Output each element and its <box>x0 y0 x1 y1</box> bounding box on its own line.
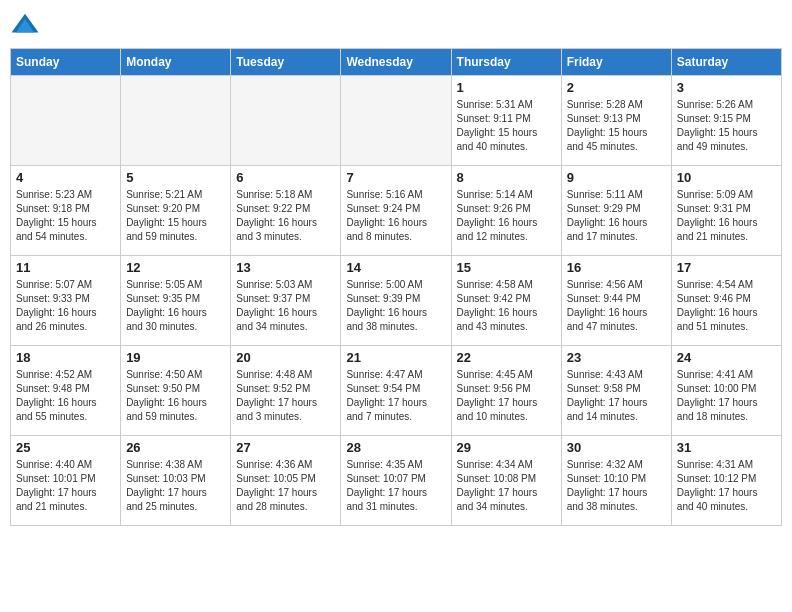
calendar-day-cell: 23Sunrise: 4:43 AM Sunset: 9:58 PM Dayli… <box>561 346 671 436</box>
day-number: 2 <box>567 80 666 95</box>
day-info: Sunrise: 4:38 AM Sunset: 10:03 PM Daylig… <box>126 458 225 514</box>
day-info: Sunrise: 5:31 AM Sunset: 9:11 PM Dayligh… <box>457 98 556 154</box>
day-number: 25 <box>16 440 115 455</box>
day-info: Sunrise: 5:11 AM Sunset: 9:29 PM Dayligh… <box>567 188 666 244</box>
calendar-day-cell <box>341 76 451 166</box>
page-header <box>10 10 782 40</box>
day-number: 14 <box>346 260 445 275</box>
day-number: 10 <box>677 170 776 185</box>
day-info: Sunrise: 4:36 AM Sunset: 10:05 PM Daylig… <box>236 458 335 514</box>
day-info: Sunrise: 4:50 AM Sunset: 9:50 PM Dayligh… <box>126 368 225 424</box>
calendar-day-cell: 27Sunrise: 4:36 AM Sunset: 10:05 PM Dayl… <box>231 436 341 526</box>
day-info: Sunrise: 4:32 AM Sunset: 10:10 PM Daylig… <box>567 458 666 514</box>
calendar-day-cell: 17Sunrise: 4:54 AM Sunset: 9:46 PM Dayli… <box>671 256 781 346</box>
calendar-day-cell: 28Sunrise: 4:35 AM Sunset: 10:07 PM Dayl… <box>341 436 451 526</box>
day-number: 1 <box>457 80 556 95</box>
day-info: Sunrise: 5:28 AM Sunset: 9:13 PM Dayligh… <box>567 98 666 154</box>
logo-icon <box>10 10 40 40</box>
calendar-day-cell: 6Sunrise: 5:18 AM Sunset: 9:22 PM Daylig… <box>231 166 341 256</box>
day-number: 6 <box>236 170 335 185</box>
day-number: 3 <box>677 80 776 95</box>
calendar-day-cell: 8Sunrise: 5:14 AM Sunset: 9:26 PM Daylig… <box>451 166 561 256</box>
calendar-day-cell: 31Sunrise: 4:31 AM Sunset: 10:12 PM Dayl… <box>671 436 781 526</box>
day-info: Sunrise: 4:56 AM Sunset: 9:44 PM Dayligh… <box>567 278 666 334</box>
day-number: 8 <box>457 170 556 185</box>
day-number: 20 <box>236 350 335 365</box>
calendar-week-row: 25Sunrise: 4:40 AM Sunset: 10:01 PM Dayl… <box>11 436 782 526</box>
calendar-day-cell: 4Sunrise: 5:23 AM Sunset: 9:18 PM Daylig… <box>11 166 121 256</box>
day-of-week-header: Monday <box>121 49 231 76</box>
day-number: 4 <box>16 170 115 185</box>
calendar-day-cell: 18Sunrise: 4:52 AM Sunset: 9:48 PM Dayli… <box>11 346 121 436</box>
day-number: 5 <box>126 170 225 185</box>
day-info: Sunrise: 4:31 AM Sunset: 10:12 PM Daylig… <box>677 458 776 514</box>
day-number: 9 <box>567 170 666 185</box>
calendar-day-cell: 14Sunrise: 5:00 AM Sunset: 9:39 PM Dayli… <box>341 256 451 346</box>
calendar-day-cell: 9Sunrise: 5:11 AM Sunset: 9:29 PM Daylig… <box>561 166 671 256</box>
day-info: Sunrise: 5:16 AM Sunset: 9:24 PM Dayligh… <box>346 188 445 244</box>
calendar-day-cell: 30Sunrise: 4:32 AM Sunset: 10:10 PM Dayl… <box>561 436 671 526</box>
calendar-day-cell: 26Sunrise: 4:38 AM Sunset: 10:03 PM Dayl… <box>121 436 231 526</box>
day-info: Sunrise: 4:45 AM Sunset: 9:56 PM Dayligh… <box>457 368 556 424</box>
day-info: Sunrise: 4:43 AM Sunset: 9:58 PM Dayligh… <box>567 368 666 424</box>
calendar-day-cell: 16Sunrise: 4:56 AM Sunset: 9:44 PM Dayli… <box>561 256 671 346</box>
day-number: 30 <box>567 440 666 455</box>
calendar-day-cell: 29Sunrise: 4:34 AM Sunset: 10:08 PM Dayl… <box>451 436 561 526</box>
day-info: Sunrise: 4:48 AM Sunset: 9:52 PM Dayligh… <box>236 368 335 424</box>
calendar-week-row: 1Sunrise: 5:31 AM Sunset: 9:11 PM Daylig… <box>11 76 782 166</box>
day-info: Sunrise: 5:09 AM Sunset: 9:31 PM Dayligh… <box>677 188 776 244</box>
calendar-day-cell: 10Sunrise: 5:09 AM Sunset: 9:31 PM Dayli… <box>671 166 781 256</box>
calendar-day-cell <box>231 76 341 166</box>
calendar-day-cell: 3Sunrise: 5:26 AM Sunset: 9:15 PM Daylig… <box>671 76 781 166</box>
day-number: 31 <box>677 440 776 455</box>
day-of-week-header: Thursday <box>451 49 561 76</box>
logo <box>10 10 44 40</box>
day-number: 19 <box>126 350 225 365</box>
day-info: Sunrise: 5:26 AM Sunset: 9:15 PM Dayligh… <box>677 98 776 154</box>
calendar-day-cell: 13Sunrise: 5:03 AM Sunset: 9:37 PM Dayli… <box>231 256 341 346</box>
calendar-day-cell <box>11 76 121 166</box>
day-info: Sunrise: 5:23 AM Sunset: 9:18 PM Dayligh… <box>16 188 115 244</box>
day-info: Sunrise: 4:35 AM Sunset: 10:07 PM Daylig… <box>346 458 445 514</box>
calendar-day-cell: 25Sunrise: 4:40 AM Sunset: 10:01 PM Dayl… <box>11 436 121 526</box>
day-number: 27 <box>236 440 335 455</box>
day-number: 29 <box>457 440 556 455</box>
calendar-day-cell <box>121 76 231 166</box>
calendar-day-cell: 7Sunrise: 5:16 AM Sunset: 9:24 PM Daylig… <box>341 166 451 256</box>
day-info: Sunrise: 5:14 AM Sunset: 9:26 PM Dayligh… <box>457 188 556 244</box>
day-of-week-header: Sunday <box>11 49 121 76</box>
calendar-day-cell: 20Sunrise: 4:48 AM Sunset: 9:52 PM Dayli… <box>231 346 341 436</box>
day-info: Sunrise: 5:18 AM Sunset: 9:22 PM Dayligh… <box>236 188 335 244</box>
day-info: Sunrise: 4:47 AM Sunset: 9:54 PM Dayligh… <box>346 368 445 424</box>
day-of-week-header: Tuesday <box>231 49 341 76</box>
day-info: Sunrise: 4:41 AM Sunset: 10:00 PM Daylig… <box>677 368 776 424</box>
day-info: Sunrise: 4:52 AM Sunset: 9:48 PM Dayligh… <box>16 368 115 424</box>
day-of-week-header: Wednesday <box>341 49 451 76</box>
day-info: Sunrise: 4:54 AM Sunset: 9:46 PM Dayligh… <box>677 278 776 334</box>
calendar-day-cell: 24Sunrise: 4:41 AM Sunset: 10:00 PM Dayl… <box>671 346 781 436</box>
day-number: 21 <box>346 350 445 365</box>
day-info: Sunrise: 4:34 AM Sunset: 10:08 PM Daylig… <box>457 458 556 514</box>
calendar-day-cell: 12Sunrise: 5:05 AM Sunset: 9:35 PM Dayli… <box>121 256 231 346</box>
day-number: 16 <box>567 260 666 275</box>
day-of-week-header: Saturday <box>671 49 781 76</box>
day-of-week-header: Friday <box>561 49 671 76</box>
calendar-header-row: SundayMondayTuesdayWednesdayThursdayFrid… <box>11 49 782 76</box>
day-number: 22 <box>457 350 556 365</box>
calendar-week-row: 18Sunrise: 4:52 AM Sunset: 9:48 PM Dayli… <box>11 346 782 436</box>
day-number: 28 <box>346 440 445 455</box>
day-number: 24 <box>677 350 776 365</box>
calendar-day-cell: 19Sunrise: 4:50 AM Sunset: 9:50 PM Dayli… <box>121 346 231 436</box>
day-info: Sunrise: 5:03 AM Sunset: 9:37 PM Dayligh… <box>236 278 335 334</box>
calendar-day-cell: 2Sunrise: 5:28 AM Sunset: 9:13 PM Daylig… <box>561 76 671 166</box>
day-number: 15 <box>457 260 556 275</box>
calendar-day-cell: 5Sunrise: 5:21 AM Sunset: 9:20 PM Daylig… <box>121 166 231 256</box>
day-number: 11 <box>16 260 115 275</box>
day-number: 17 <box>677 260 776 275</box>
calendar-week-row: 4Sunrise: 5:23 AM Sunset: 9:18 PM Daylig… <box>11 166 782 256</box>
day-info: Sunrise: 4:40 AM Sunset: 10:01 PM Daylig… <box>16 458 115 514</box>
day-info: Sunrise: 5:00 AM Sunset: 9:39 PM Dayligh… <box>346 278 445 334</box>
day-info: Sunrise: 5:05 AM Sunset: 9:35 PM Dayligh… <box>126 278 225 334</box>
calendar-week-row: 11Sunrise: 5:07 AM Sunset: 9:33 PM Dayli… <box>11 256 782 346</box>
day-info: Sunrise: 5:21 AM Sunset: 9:20 PM Dayligh… <box>126 188 225 244</box>
